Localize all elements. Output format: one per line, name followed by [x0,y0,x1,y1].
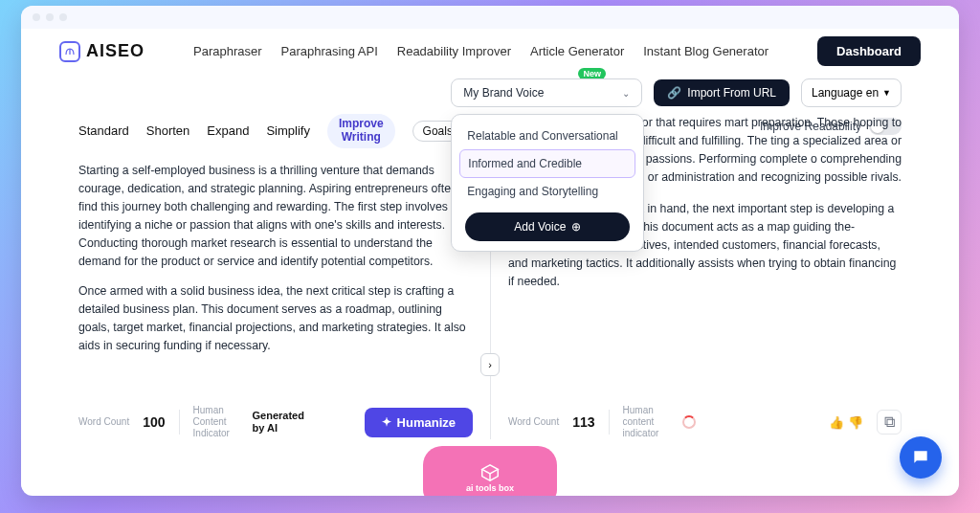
window-dot [59,13,67,21]
tab-expand[interactable]: Expand [207,123,249,138]
box-icon [479,462,501,483]
watermark-label: ai tools box [466,483,514,493]
logo[interactable]: AISEO [59,41,145,62]
logo-icon [59,41,80,62]
import-url-label: Import From URL [687,86,776,100]
thumbs-up-icon[interactable]: 👍 [829,415,844,430]
chat-fab[interactable] [900,436,942,479]
link-icon: 🔗 [667,86,681,100]
top-nav: Paraphraser Paraphrasing API Readability… [193,44,768,58]
loading-spinner-icon [682,415,696,429]
header: AISEO Paraphraser Paraphrasing API Reada… [21,29,959,72]
add-voice-label: Add Voice [514,220,566,234]
generated-by-ai-label: Generated by AI [253,410,310,435]
thumbs-down-icon[interactable]: 👎 [848,415,863,430]
nav-instant-blog-generator[interactable]: Instant Blog Generator [643,44,768,58]
input-paragraph-1[interactable]: Starting a self-employed business is a t… [78,162,473,271]
nav-paraphrasing-api[interactable]: Paraphrasing API [281,44,378,58]
nav-readability-improver[interactable]: Readability Improver [397,44,511,58]
divider [609,410,610,435]
top-controls: New My Brand Voice ⌄ Relatable and Conve… [78,76,902,110]
copy-button[interactable]: ⧉ [877,410,902,435]
input-footer: Word Count 100 Human Content Indicator G… [78,397,473,439]
import-from-url-button[interactable]: 🔗 Import From URL [654,79,790,106]
hci-label: Human content indicator [623,405,669,439]
divider [179,410,180,435]
hci-label: Human Content Indicator [193,405,239,439]
window-dot [46,13,54,21]
word-count-value: 100 [143,414,165,430]
brand-voice-option-informed[interactable]: Informed and Credible [459,149,635,178]
language-label: Language en [812,86,879,100]
language-select[interactable]: Language en ▼ [801,78,902,107]
brand-voice-option-engaging[interactable]: Engaging and Storytelling [459,178,635,205]
goals-label: Goals [423,124,453,138]
brand-voice-label: My Brand Voice [463,86,544,100]
window-chrome [21,6,959,29]
input-column: Standard Shorten Expand Simplify Improve… [78,114,490,439]
plus-circle-icon: ⊕ [571,220,581,234]
caret-down-icon: ▼ [882,88,891,98]
word-count-value: 113 [572,414,594,430]
content: New My Brand Voice ⌄ Relatable and Conve… [21,72,959,496]
humanize-label: Humanize [397,415,456,430]
mode-tabs: Standard Shorten Expand Simplify Improve… [78,114,473,148]
brand-voice-option-relatable[interactable]: Relatable and Conversational [459,123,635,149]
copy-icon: ⧉ [884,413,895,431]
humanize-button[interactable]: ✦ Humanize [365,408,473,437]
tab-shorten[interactable]: Shorten [146,123,190,138]
app-window: AISEO Paraphraser Paraphrasing API Reada… [21,6,959,496]
chevron-down-icon: ⌄ [622,88,630,99]
add-voice-button[interactable]: Add Voice ⊕ [465,212,630,241]
word-count-label: Word Count [508,416,559,428]
input-paragraph-2[interactable]: Once armed with a solid business idea, t… [78,282,473,355]
word-count-label: Word Count [78,416,129,428]
swap-columns-button[interactable]: › [480,353,500,376]
chat-icon [911,448,930,467]
word-count-metric: Word Count [78,416,129,428]
word-count-metric: Word Count [508,416,559,428]
sparkle-icon: ✦ [382,415,391,429]
watermark: ai tools box [423,446,557,496]
output-footer: Word Count 113 Human content indicator 👍… [508,397,902,439]
window-dot [33,13,40,21]
tab-simplify[interactable]: Simplify [266,123,310,138]
brand-voice-select[interactable]: My Brand Voice ⌄ Relatable and Conversat… [451,78,642,107]
nav-article-generator[interactable]: Article Generator [530,44,624,58]
nav-paraphraser[interactable]: Paraphraser [193,44,262,58]
brand-voice-dropdown: Relatable and Conversational Informed an… [451,114,644,252]
tab-improve-writing[interactable]: ImproveWriting [327,114,395,148]
logo-text: AISEO [86,41,145,61]
dashboard-button[interactable]: Dashboard [817,36,921,66]
tab-standard[interactable]: Standard [78,123,129,138]
feedback-thumbs[interactable]: 👍 👎 [829,415,863,430]
